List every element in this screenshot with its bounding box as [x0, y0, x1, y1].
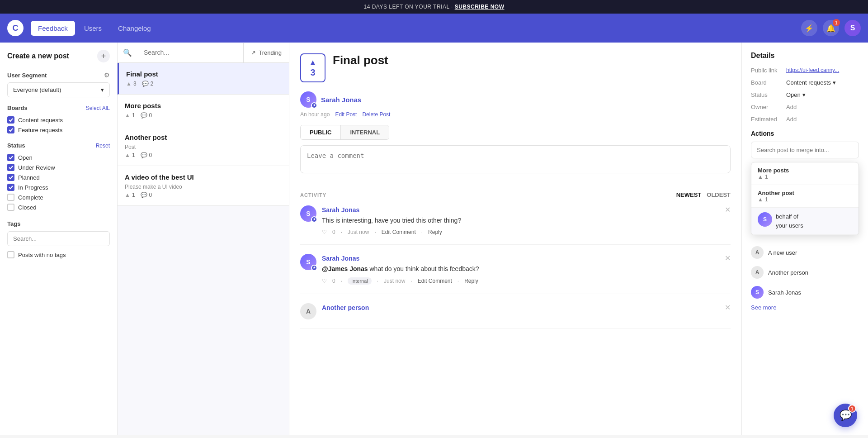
user-name-new[interactable]: A new user	[768, 249, 797, 256]
public-link-url[interactable]: https://ui-feed.canny...	[786, 67, 839, 73]
edit-post-link[interactable]: Edit Post	[335, 111, 357, 118]
vote-up-arrow-icon: ▲	[309, 58, 317, 67]
create-post-title: Create a new post	[7, 52, 69, 60]
comment-count-more: 0	[149, 112, 152, 119]
status-planned[interactable]: Planned	[7, 172, 110, 182]
user-avatar-another-person: A	[751, 266, 764, 279]
comment-author-1[interactable]: Sarah Jonas	[322, 206, 359, 214]
post-votes-another: ▲ 1	[125, 152, 135, 158]
comment-author-2[interactable]: Sarah Jonas	[322, 255, 359, 262]
tab-public[interactable]: PUBLIC	[301, 125, 341, 139]
nav-links: Feedback Users Changelog	[31, 21, 801, 36]
comment-author-3[interactable]: Another person	[322, 304, 369, 311]
vote-box[interactable]: ▲ 3	[300, 53, 326, 82]
user-name-another[interactable]: Another person	[768, 269, 808, 276]
delete-post-link[interactable]: Delete Post	[362, 111, 390, 118]
tags-search-input[interactable]	[7, 231, 110, 246]
board-checkbox-feature[interactable]	[7, 126, 14, 133]
status-closed[interactable]: Closed	[7, 202, 110, 212]
create-post-button[interactable]: +	[97, 50, 110, 62]
status-header: Status Reset	[7, 142, 110, 149]
post-comments-final: 💬 2	[142, 81, 154, 87]
notification-button[interactable]: 🔔 1	[823, 20, 839, 36]
sort-newest[interactable]: NEWEST	[676, 191, 702, 198]
status-chevron-icon: ▾	[802, 91, 806, 98]
see-more-button[interactable]: See more	[751, 304, 859, 311]
user-avatar-button[interactable]: S	[844, 20, 861, 36]
user-avatar-sarah: S	[751, 286, 764, 299]
details-panel: Details Public link https://ui-feed.cann…	[741, 43, 868, 435]
status-label-complete: Complete	[18, 194, 43, 201]
post-item-another-post[interactable]: Another post Post ▲ 1 💬 0	[118, 126, 289, 166]
sidebar: Create a new post + User Segment ⚙ Every…	[0, 43, 118, 435]
post-author-name[interactable]: Sarah Jonas	[321, 96, 361, 104]
activity-sort: NEWEST OLDEST	[676, 191, 731, 198]
close-comment-3-icon[interactable]: ✕	[725, 303, 731, 312]
trending-button[interactable]: ↗ Trending	[243, 43, 289, 62]
reset-button[interactable]: Reset	[96, 143, 110, 149]
status-checkbox-closed[interactable]	[7, 204, 14, 211]
status-checkbox-open[interactable]	[7, 154, 14, 161]
reply-comment-2[interactable]: Reply	[464, 278, 478, 284]
post-item-more-posts[interactable]: More posts ▲ 1 💬 0	[118, 95, 289, 126]
status-open[interactable]: Open	[7, 152, 110, 162]
up-arrow-icon-video: ▲	[125, 192, 130, 198]
post-item-video[interactable]: A video of the best UI Please make a UI …	[118, 166, 289, 206]
voted-user-sarah: S Sarah Jonas	[751, 282, 859, 302]
boards-section: Boards Select AlL Content requests Featu…	[7, 105, 110, 135]
comment-input[interactable]	[300, 145, 731, 173]
board-content-requests[interactable]: Content requests	[7, 115, 110, 125]
comment-tabs: PUBLIC INTERNAL	[300, 125, 389, 140]
like-icon-2: ♡	[322, 278, 327, 284]
lightning-icon-button[interactable]: ⚡	[801, 20, 817, 36]
like-count-1: 0	[332, 229, 335, 235]
select-all-button[interactable]: Select AlL	[86, 105, 110, 111]
tab-internal[interactable]: INTERNAL	[341, 125, 389, 139]
sort-oldest[interactable]: OLDEST	[707, 191, 731, 198]
status-value[interactable]: Open ▾	[786, 91, 806, 98]
nav-changelog[interactable]: Changelog	[111, 21, 158, 36]
merge-search-input[interactable]	[751, 142, 859, 158]
estimated-label: Estimated	[751, 116, 783, 123]
board-checkbox-content[interactable]	[7, 116, 14, 124]
status-in-progress[interactable]: In Progress	[7, 182, 110, 192]
merge-item-more-posts[interactable]: More posts ▲ 1	[751, 162, 859, 185]
posts-search-input[interactable]	[137, 43, 243, 62]
estimated-add-button[interactable]: Add	[786, 116, 797, 123]
close-comment-1-icon[interactable]: ✕	[725, 205, 731, 214]
user-name-sarah[interactable]: Sarah Jonas	[768, 289, 801, 296]
owner-add-button[interactable]: Add	[786, 104, 797, 110]
main-content: ▲ 3 Final post S Sarah Jonas An hour ago…	[289, 43, 741, 435]
actions-title: Actions	[751, 130, 859, 137]
post-item-final-post[interactable]: Final post ▲ 3 💬 2	[118, 63, 289, 95]
comment-block-2: S Sarah Jonas ✕ @James Jonas what do you…	[300, 254, 731, 294]
status-complete[interactable]: Complete	[7, 192, 110, 202]
status-checkbox-planned[interactable]	[7, 174, 14, 181]
status-under-review[interactable]: Under Review	[7, 162, 110, 172]
user-segment-dropdown[interactable]: Everyone (default) ▾	[7, 82, 110, 97]
comment-time-1: ·	[341, 229, 342, 235]
edit-comment-2[interactable]: Edit Comment	[418, 278, 452, 284]
gear-icon[interactable]: ⚙	[104, 71, 110, 79]
subscribe-link[interactable]: SUBSCRIBE NOW	[455, 4, 505, 10]
nav-users[interactable]: Users	[77, 21, 109, 36]
comment-mention: @James Jonas	[322, 265, 368, 272]
posts-no-tags[interactable]: Posts with no tags	[7, 250, 110, 260]
app-body: Create a new post + User Segment ⚙ Every…	[0, 43, 868, 435]
edit-comment-1[interactable]: Edit Comment	[382, 229, 416, 235]
merge-item-another-post[interactable]: Another post ▲ 1	[751, 185, 859, 208]
board-value[interactable]: Content requests ▾	[786, 79, 836, 86]
vote-number-another: 1	[132, 152, 135, 158]
chat-bubble-button[interactable]: 💬 1	[834, 404, 857, 427]
reply-comment-1[interactable]: Reply	[428, 229, 442, 235]
posts-no-tags-checkbox[interactable]	[7, 251, 14, 258]
status-checkbox-complete[interactable]	[7, 194, 14, 201]
comment-separator-int: ·	[341, 278, 342, 284]
comment-block-1: S Sarah Jonas ✕ This is interesting, hav…	[300, 205, 731, 245]
board-feature-requests[interactable]: Feature requests	[7, 125, 110, 135]
status-checkbox-in-progress[interactable]	[7, 184, 14, 191]
close-comment-2-icon[interactable]: ✕	[725, 254, 731, 262]
nav-feedback[interactable]: Feedback	[31, 21, 75, 36]
up-arrow-icon-another: ▲	[125, 152, 130, 158]
status-checkbox-under-review[interactable]	[7, 164, 14, 171]
